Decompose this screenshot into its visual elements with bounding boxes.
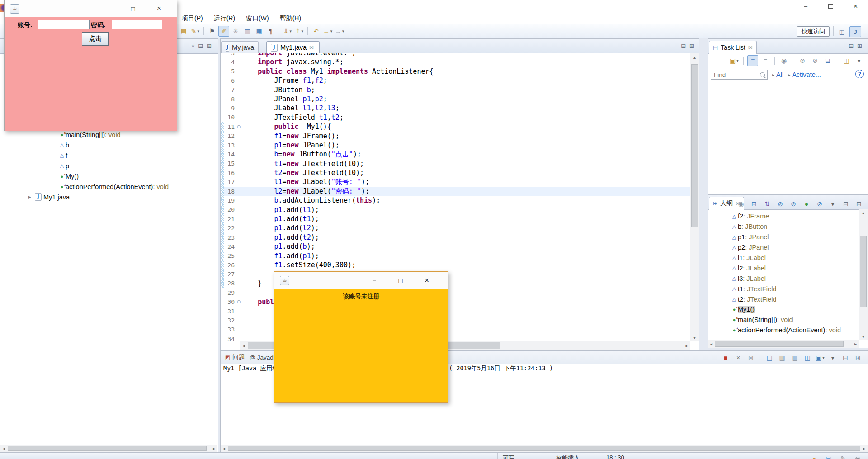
outline-hscrollbar[interactable]: ◂ ▸ — [708, 340, 859, 348]
forward-icon[interactable]: →▾ — [334, 26, 345, 37]
categorized-icon[interactable]: ≡ — [747, 55, 758, 66]
scroll-right-icon[interactable]: ▸ — [861, 445, 868, 452]
pin-console-icon[interactable]: ◫ — [802, 352, 813, 363]
focus-workweek-icon[interactable]: ◉ — [778, 55, 789, 66]
maximize-icon[interactable]: ⊞ — [854, 199, 864, 209]
window-close-button[interactable]: × — [843, 0, 868, 12]
editor-vscrollbar[interactable]: ▴ ▾ — [690, 53, 699, 341]
tree-item-b[interactable]: △b — [0, 140, 217, 150]
dropdown-arrow-icon[interactable]: ▾ — [290, 29, 292, 33]
view-menu-icon[interactable]: ▾ — [827, 352, 838, 363]
new-task-icon[interactable]: ▣▾ — [729, 55, 740, 66]
activate-link[interactable]: Activate... — [792, 71, 821, 78]
fold-minus-icon[interactable]: ⊖ — [236, 124, 241, 130]
tab-problems[interactable]: ◩ 问题 — [225, 353, 245, 361]
outline-item-l3[interactable]: △l3 : JLabel — [708, 273, 859, 284]
outline-item-t2[interactable]: △t2 : JTextField — [708, 294, 859, 304]
dropdown-arrow-icon[interactable]: ▾ — [736, 58, 739, 63]
view-menu-icon[interactable]: ▿ — [192, 43, 195, 49]
dropdown-arrow-icon[interactable]: ▾ — [302, 29, 304, 33]
outline-item-l2[interactable]: △l2 : JLabel — [708, 263, 859, 273]
scroll-lock-icon[interactable]: ▥ — [777, 352, 788, 363]
hide-local-icon[interactable]: ⊘ — [814, 199, 825, 209]
scroll-thumb[interactable] — [691, 64, 698, 227]
dropdown-arrow-icon[interactable]: ▾ — [330, 29, 333, 33]
prev-annotation-icon[interactable]: ⇑▾ — [294, 26, 305, 37]
word-wrap-icon[interactable]: ▦ — [789, 352, 800, 363]
find-input[interactable] — [713, 71, 760, 79]
minimize-icon[interactable]: ⊟ — [840, 352, 851, 363]
open-console-icon[interactable]: ▣▾ — [815, 352, 826, 363]
quick-access-button[interactable]: 快速访问 — [797, 26, 830, 37]
menu-item[interactable]: 运行(R) — [209, 13, 240, 24]
dropdown-arrow-icon[interactable]: ▾ — [198, 29, 200, 33]
maximize-button[interactable]: □ — [387, 277, 414, 284]
outline-vscrollbar[interactable]: ▴ ▾ — [859, 209, 868, 340]
menu-item[interactable]: 项目(P) — [177, 13, 208, 24]
password-field[interactable] — [112, 20, 162, 29]
outline-item-My1[interactable]: ●cMy1() — [708, 304, 859, 315]
last-edit-location-icon[interactable]: ↶ — [311, 26, 321, 37]
java-perspective-icon[interactable]: J — [849, 26, 861, 37]
hide-completed-icon[interactable]: ⊘ — [797, 55, 808, 66]
status-dot-icon[interactable]: ● — [809, 453, 820, 459]
tab-my-java[interactable]: J My.java — [221, 41, 259, 53]
spray-icon[interactable]: ✳ — [230, 26, 241, 37]
tree-item-p[interactable]: △p — [0, 161, 217, 171]
terminate-icon[interactable]: ■ — [720, 352, 731, 363]
maximize-button[interactable]: □ — [120, 5, 146, 13]
minimize-icon[interactable]: ⊟ — [849, 43, 854, 49]
account-field[interactable] — [38, 20, 90, 29]
scroll-left-icon[interactable]: ◂ — [708, 340, 715, 348]
sync-repository-icon[interactable]: ◫ — [841, 55, 852, 66]
open-type-icon[interactable]: ▥ — [242, 26, 253, 37]
remove-all-launches-icon[interactable]: ⊠ — [745, 352, 756, 363]
explorer-hscrollbar[interactable]: ◂ ▸ — [0, 445, 217, 452]
dropdown-arrow-icon[interactable]: ▾ — [342, 29, 344, 33]
menu-item[interactable]: 帮助(H) — [275, 13, 306, 24]
find-box[interactable] — [711, 70, 768, 80]
outline-item-p2[interactable]: △p2 : JPanel — [708, 242, 859, 253]
tree-item-My1java[interactable]: ▸JMy1.java — [0, 192, 217, 202]
next-annotation-icon[interactable]: ⇓▾ — [282, 26, 293, 37]
hide-nonpublic-icon[interactable]: ● — [801, 199, 812, 209]
scroll-right-icon[interactable]: ▸ — [852, 340, 859, 348]
tab-close-icon[interactable]: ⊠ — [309, 44, 314, 51]
filter-all-link[interactable]: All — [776, 71, 783, 78]
scroll-thumb[interactable] — [715, 341, 844, 347]
click-button[interactable]: 点击 — [82, 32, 109, 46]
collapse-all-icon[interactable]: ⊟ — [749, 199, 760, 209]
scroll-thumb[interactable] — [228, 446, 860, 451]
external-tools-icon[interactable]: ⚑ — [207, 26, 217, 37]
maximize-icon[interactable]: ⊞ — [857, 43, 862, 49]
login-window-titlebar[interactable]: ☕ − □ × — [5, 0, 177, 17]
tree-item-My[interactable]: ●cMy() — [0, 171, 217, 181]
scroll-down-icon[interactable]: ▾ — [859, 333, 868, 340]
annotation-pen-icon[interactable]: ✎▾ — [190, 26, 201, 37]
hide-static-icon[interactable]: ⊘ — [788, 199, 799, 209]
task-list-tab[interactable]: ▤ Task List ⊠ — [709, 41, 757, 54]
minimize-button[interactable]: − — [361, 277, 387, 284]
focus-icon[interactable]: ◉ — [736, 199, 746, 209]
collapse-all-icon[interactable]: ⊟ — [822, 55, 833, 66]
maximize-icon[interactable]: ⊞ — [853, 352, 863, 363]
outline-item-t1[interactable]: △t1 : JTextField — [708, 284, 859, 294]
sort-icon[interactable]: ⇅ — [762, 199, 773, 209]
minimize-icon[interactable]: ⊟ — [681, 43, 686, 49]
expander-icon[interactable]: ▸ — [28, 194, 35, 200]
scroll-right-icon[interactable]: ▸ — [683, 341, 690, 350]
scheduled-icon[interactable]: ≡ — [760, 55, 771, 66]
scroll-thumb[interactable] — [860, 236, 867, 307]
outline-item-mainString[interactable]: ●smain(String[]) : void — [708, 315, 859, 325]
open-perspective-icon[interactable]: ◫ — [836, 26, 848, 37]
back-icon[interactable]: ←▾ — [322, 26, 333, 37]
open-resource-icon[interactable]: ▦ — [254, 26, 264, 37]
minimize-icon[interactable]: ⊟ — [840, 199, 851, 209]
clear-console-icon[interactable]: ▤ — [764, 352, 775, 363]
menu-item[interactable]: 窗口(W) — [241, 13, 274, 24]
window-restore-button[interactable] — [818, 0, 843, 12]
view-menu-icon[interactable]: ▾ — [854, 55, 864, 66]
scroll-up-icon[interactable]: ▴ — [690, 53, 699, 61]
maximize-icon[interactable]: ⊞ — [689, 43, 694, 49]
outline-item-l1[interactable]: △l1 : JLabel — [708, 253, 859, 263]
